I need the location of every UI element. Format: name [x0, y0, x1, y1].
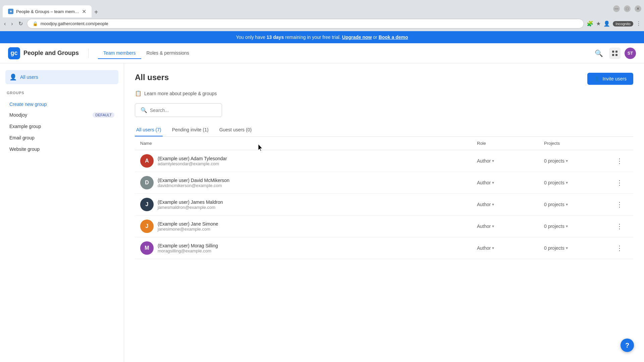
- lock-icon: 🔒: [33, 21, 38, 26]
- role-cell-adam[interactable]: Author ▾: [477, 158, 544, 164]
- invite-icon: 👤: [594, 76, 600, 81]
- content-area: All users 👤 Invite users 📋 Learn more ab…: [124, 63, 644, 362]
- projects-cell-adam[interactable]: 0 projects ▾: [544, 158, 611, 164]
- close-button[interactable]: ✕: [635, 5, 641, 12]
- forward-button[interactable]: ›: [10, 19, 14, 28]
- trial-banner: You only have 13 days remaining in your …: [0, 31, 644, 43]
- role-dropdown-morag: ▾: [492, 246, 494, 250]
- projects-cell-jane[interactable]: 0 projects ▾: [544, 224, 611, 229]
- projects-cell-david[interactable]: 0 projects ▾: [544, 180, 611, 185]
- header-actions: 🔍 ST: [593, 47, 636, 59]
- learn-more-link[interactable]: 📋 Learn more about people & groups: [135, 90, 633, 97]
- bookmark-icon[interactable]: ★: [596, 20, 601, 27]
- svg-rect-0: [612, 51, 614, 53]
- more-btn-james[interactable]: ⋮: [611, 199, 628, 210]
- maximize-button[interactable]: □: [624, 5, 631, 12]
- user-name-adam: (Example user) Adam Tylesondar: [158, 156, 227, 161]
- col-role: Role: [477, 141, 544, 146]
- projects-cell-morag[interactable]: 0 projects ▾: [544, 245, 611, 251]
- avatar-james: J: [140, 198, 154, 211]
- more-btn-david[interactable]: ⋮: [611, 177, 628, 188]
- sidebar-group-website[interactable]: Website group: [5, 144, 118, 155]
- role-dropdown-james: ▾: [492, 202, 494, 207]
- tab-guest-users[interactable]: Guest users (0): [218, 124, 253, 136]
- role-cell-james[interactable]: Author ▾: [477, 202, 544, 207]
- role-cell-morag[interactable]: Author ▾: [477, 245, 544, 251]
- default-badge: DEFAULT: [93, 112, 114, 118]
- url-text: moodjoy.gathercontent.com/people: [41, 21, 108, 26]
- tab-pending-invite[interactable]: Pending invite (1): [171, 124, 210, 136]
- group-name-email: Email group: [9, 135, 35, 140]
- more-btn-morag[interactable]: ⋮: [611, 243, 628, 253]
- help-button[interactable]: ?: [621, 339, 634, 352]
- nav-team-members[interactable]: Team members: [98, 48, 141, 59]
- projects-dropdown-jane: ▾: [566, 224, 568, 229]
- sidebar-group-moodjoy[interactable]: Moodjoy DEFAULT: [5, 110, 118, 120]
- tab-title: People & Groups – team mem…: [16, 9, 79, 14]
- tab-close-btn[interactable]: ✕: [82, 8, 86, 15]
- role-label-morag: Author: [477, 245, 491, 251]
- new-tab-button[interactable]: +: [92, 7, 101, 17]
- table-row: M (Example user) Morag Silling moragsill…: [135, 237, 633, 259]
- reload-button[interactable]: ↻: [17, 19, 24, 28]
- role-cell-jane[interactable]: Author ▾: [477, 224, 544, 229]
- nav-roles-permissions[interactable]: Roles & permissions: [141, 48, 195, 59]
- svg-rect-3: [615, 54, 618, 56]
- incognito-badge: Incognito: [613, 21, 633, 26]
- tab-all-users[interactable]: All users (7): [135, 124, 163, 136]
- more-btn-adam[interactable]: ⋮: [611, 156, 628, 166]
- group-name-website: Website group: [9, 146, 40, 152]
- trial-text-middle: remaining in your free trial.: [285, 35, 342, 40]
- role-label-david: Author: [477, 180, 491, 185]
- header-divider: [88, 49, 89, 58]
- upgrade-link[interactable]: Upgrade now: [342, 35, 372, 40]
- create-group-link[interactable]: Create new group: [5, 99, 118, 110]
- svg-rect-2: [612, 54, 614, 56]
- user-info-david: D (Example user) David McMikerson davidm…: [140, 176, 477, 189]
- apps-icon-btn[interactable]: [609, 48, 621, 59]
- role-dropdown-jane: ▾: [492, 224, 494, 229]
- col-actions: [611, 141, 628, 146]
- user-info-james: J (Example user) James Maldron jamesmald…: [140, 198, 477, 211]
- book-demo-link[interactable]: Book a demo: [379, 35, 408, 40]
- page-title: All users: [135, 73, 169, 82]
- role-label-jane: Author: [477, 224, 491, 229]
- more-btn-jane[interactable]: ⋮: [611, 221, 628, 232]
- projects-dropdown-adam: ▾: [566, 159, 568, 163]
- role-label-adam: Author: [477, 158, 491, 164]
- user-info-morag: M (Example user) Morag Silling moragsill…: [140, 241, 477, 255]
- learn-more-label: Learn more about people & groups: [144, 91, 217, 96]
- app-logo[interactable]: gc: [8, 47, 20, 59]
- menu-icon[interactable]: ⋮: [636, 20, 641, 27]
- table-row: A (Example user) Adam Tylesondar adamtyl…: [135, 150, 633, 172]
- browser-tabs: ✦ People & Groups – team mem… ✕ +: [3, 0, 101, 17]
- col-projects: Projects: [544, 141, 611, 146]
- tabs-bar: All users (7) Pending invite (1) Guest u…: [135, 124, 633, 137]
- search-icon-btn[interactable]: 🔍: [593, 47, 605, 59]
- back-button[interactable]: ‹: [3, 19, 7, 28]
- extensions-icon[interactable]: 🧩: [587, 20, 593, 27]
- projects-label-james: 0 projects: [544, 202, 565, 207]
- minimize-button[interactable]: —: [613, 5, 620, 12]
- user-name-david: (Example user) David McMikerson: [158, 178, 229, 183]
- invite-users-button[interactable]: 👤 Invite users: [587, 73, 633, 85]
- sidebar-group-example[interactable]: Example group: [5, 121, 118, 132]
- sidebar-group-email[interactable]: Email group: [5, 132, 118, 143]
- browser-chrome: ✦ People & Groups – team mem… ✕ + — □ ✕: [0, 0, 644, 17]
- active-tab[interactable]: ✦ People & Groups – team mem… ✕: [3, 5, 92, 17]
- user-name-jane: (Example user) Jane Simone: [158, 221, 218, 227]
- role-cell-david[interactable]: Author ▾: [477, 180, 544, 185]
- table-header: Name Role Projects: [135, 137, 633, 150]
- profile-icon[interactable]: 👤: [603, 20, 610, 27]
- all-users-label: All users: [20, 74, 38, 80]
- search-input[interactable]: [150, 108, 216, 113]
- user-avatar-btn[interactable]: ST: [625, 48, 636, 59]
- main-layout: 👤 All users GROUPS Create new group Mood…: [0, 63, 644, 362]
- sidebar-all-users[interactable]: 👤 All users: [5, 70, 118, 84]
- learn-icon: 📋: [135, 90, 142, 97]
- search-icon: 🔍: [141, 107, 147, 113]
- address-bar[interactable]: 🔒 moodjoy.gathercontent.com/people: [27, 19, 584, 28]
- projects-cell-james[interactable]: 0 projects ▾: [544, 202, 611, 207]
- user-email-james: jamesmaldron@example.com: [158, 205, 223, 210]
- role-label-james: Author: [477, 202, 491, 207]
